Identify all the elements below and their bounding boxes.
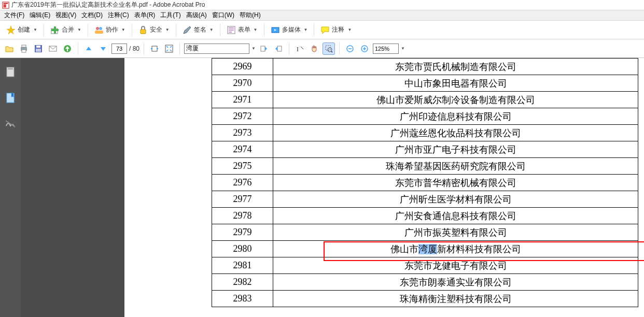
company-name-cell: 佛山市湾厦新材料科技有限公司 xyxy=(273,241,638,257)
chevron-down-icon[interactable]: ▼ xyxy=(401,46,405,51)
svg-point-35 xyxy=(328,48,332,52)
signature-panel-icon[interactable] xyxy=(5,118,16,129)
chevron-down-icon[interactable]: ▼ xyxy=(251,46,256,51)
menu-tools[interactable]: 工具(T) xyxy=(158,10,183,21)
menu-view[interactable]: 视图(V) xyxy=(53,10,78,21)
svg-rect-14 xyxy=(229,32,232,33)
sign-button[interactable]: 签名 ▼ xyxy=(179,23,217,37)
media-icon xyxy=(271,25,280,35)
find-next-button[interactable] xyxy=(272,42,285,55)
menu-comment[interactable]: 注释(C) xyxy=(106,10,131,21)
svg-rect-10 xyxy=(141,30,146,34)
svg-rect-27 xyxy=(152,46,157,51)
svg-line-36 xyxy=(331,51,332,52)
star-icon xyxy=(6,25,16,35)
fit-page-button[interactable] xyxy=(163,42,175,55)
row-number-cell: 2970 xyxy=(212,75,273,92)
table-row: 2976东莞市普华精密机械有限公司 xyxy=(212,175,638,191)
row-number-cell: 2982 xyxy=(212,274,273,291)
create-label: 创建 xyxy=(18,25,30,34)
svg-rect-12 xyxy=(229,27,234,28)
chevron-down-icon: ▼ xyxy=(33,27,37,32)
create-button[interactable]: 创建 ▼ xyxy=(3,23,40,37)
chevron-down-icon: ▼ xyxy=(121,27,125,32)
table-row: 2979广州市振英塑料有限公司 xyxy=(212,224,638,241)
row-number-cell: 2972 xyxy=(212,108,273,125)
row-number-cell: 2973 xyxy=(212,125,273,141)
chevron-down-icon: ▼ xyxy=(77,27,81,32)
page-up-button[interactable] xyxy=(82,42,95,55)
menu-file[interactable]: 文件(F) xyxy=(2,10,26,21)
row-number-cell: 2971 xyxy=(212,92,273,108)
bookmarks-panel-icon[interactable] xyxy=(5,92,16,104)
table-row: 2981东莞市龙健电子有限公司 xyxy=(212,257,638,274)
collab-button[interactable]: 协作 ▼ xyxy=(91,23,129,37)
company-name-cell: 东莞市龙健电子有限公司 xyxy=(273,257,638,274)
find-prev-button[interactable] xyxy=(258,42,270,55)
svg-rect-19 xyxy=(22,50,26,52)
email-button[interactable] xyxy=(47,42,59,55)
row-number-cell: 2979 xyxy=(212,224,273,241)
row-number-cell: 2983 xyxy=(212,291,273,307)
app-icon xyxy=(2,2,9,9)
table-row: 2975珠海希望基因医药研究院有限公司 xyxy=(212,158,638,175)
table-row: 2978广州安食通信息科技有限公司 xyxy=(212,208,638,224)
find-input[interactable] xyxy=(184,44,249,54)
page-gutter xyxy=(21,58,124,317)
form-button[interactable]: 表单 ▼ xyxy=(223,23,261,37)
menu-help[interactable]: 帮助(H) xyxy=(237,10,263,21)
company-name-cell: 珠海希望基因医药研究院有限公司 xyxy=(273,158,638,175)
share-button[interactable] xyxy=(61,42,74,55)
open-button[interactable] xyxy=(3,42,16,55)
company-name-cell: 佛山市爱斯威尔制冷设备制造有限公司 xyxy=(273,92,638,108)
table-row: 2972广州印迹信息科技有限公司 xyxy=(212,108,638,125)
menu-edit[interactable]: 编辑(E) xyxy=(27,10,52,21)
comment-button[interactable]: 注释 ▼ xyxy=(317,23,355,37)
zoom-level-input[interactable] xyxy=(373,44,399,54)
text-select-tool[interactable]: I xyxy=(293,42,306,55)
zoom-out-button[interactable] xyxy=(344,42,356,55)
print-button[interactable] xyxy=(18,42,30,55)
chevron-down-icon: ▼ xyxy=(304,27,308,32)
menu-document[interactable]: 文档(D) xyxy=(79,10,105,21)
save-button[interactable] xyxy=(32,42,45,55)
table-row: 2969东莞市贾氏机械制造有限公司 xyxy=(212,59,638,75)
document-area[interactable]: 2969东莞市贾氏机械制造有限公司2970中山市象田电器有限公司2971佛山市爱… xyxy=(124,58,644,317)
security-label: 安全 xyxy=(150,25,162,34)
titlebar: 广东省2019年第一批拟认定高新技术企业名单.pdf - Adobe Acrob… xyxy=(0,0,644,10)
company-name-cell: 东莞市贾氏机械制造有限公司 xyxy=(273,59,638,75)
table-row: 2977广州昕生医学材料有限公司 xyxy=(212,191,638,208)
row-number-cell: 2976 xyxy=(212,175,273,191)
fit-width-button[interactable] xyxy=(148,42,161,55)
media-button[interactable]: 多媒体 ▼ xyxy=(268,23,311,37)
menubar: 文件(F) 编辑(E) 视图(V) 文档(D) 注释(C) 表单(R) 工具(T… xyxy=(0,10,644,21)
form-label: 表单 xyxy=(238,25,250,34)
bubble-icon xyxy=(320,25,330,35)
svg-text:I: I xyxy=(297,46,299,53)
company-name-cell: 广州印迹信息科技有限公司 xyxy=(273,108,638,125)
media-label: 多媒体 xyxy=(282,25,301,34)
sign-label: 签名 xyxy=(194,25,206,34)
pages-panel-icon[interactable] xyxy=(5,66,16,78)
page-total-label: / 80 xyxy=(129,45,139,52)
menu-form[interactable]: 表单(R) xyxy=(132,10,158,21)
merge-button[interactable]: 合并 ▼ xyxy=(47,23,85,37)
zoom-in-button[interactable] xyxy=(358,42,371,55)
menu-advanced[interactable]: 高级(A) xyxy=(184,10,209,21)
svg-marker-26 xyxy=(101,47,106,51)
page-number-input[interactable] xyxy=(111,44,127,54)
security-button[interactable]: 安全 ▼ xyxy=(135,23,173,37)
svg-marker-30 xyxy=(265,47,267,51)
hand-tool[interactable] xyxy=(308,42,320,55)
menu-window[interactable]: 窗口(W) xyxy=(210,10,236,21)
table-row: 2980佛山市湾厦新材料科技有限公司 xyxy=(212,241,638,257)
svg-marker-32 xyxy=(275,47,277,51)
window-title: 广东省2019年第一批拟认定高新技术企业名单.pdf - Adobe Acrob… xyxy=(11,1,205,9)
svg-marker-25 xyxy=(86,47,91,50)
page-down-button[interactable] xyxy=(97,42,109,55)
company-name-cell: 广州昕生医学材料有限公司 xyxy=(273,191,638,208)
chevron-down-icon: ▼ xyxy=(254,27,258,32)
toolbar-secondary: / 80 ▼ I ▼ xyxy=(0,39,644,58)
svg-rect-1 xyxy=(4,3,8,4)
marquee-zoom-tool[interactable] xyxy=(323,42,335,55)
